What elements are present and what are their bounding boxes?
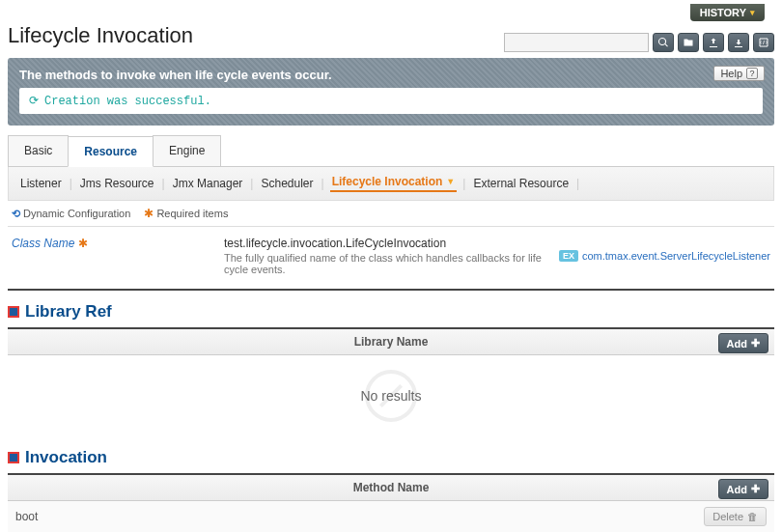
xml-upload-icon — [708, 37, 719, 48]
export-button-1[interactable] — [678, 33, 699, 52]
delete-button[interactable]: Delete 🗑 — [704, 507, 767, 526]
trash-icon: 🗑 — [747, 511, 758, 522]
tab-resource[interactable]: Resource — [68, 136, 154, 167]
library-ref-title: Library Ref — [25, 302, 112, 322]
xml-download-icon — [733, 37, 744, 48]
primary-tabs: Basic Resource Engine — [8, 135, 774, 167]
method-name-cell: boot — [15, 510, 704, 523]
history-label: HISTORY — [700, 7, 746, 18]
search-icon — [657, 37, 669, 48]
invocation-title: Invocation — [25, 448, 107, 467]
section-icon — [8, 306, 19, 318]
required-icon: ✱ — [144, 207, 154, 220]
search-input[interactable] — [504, 33, 649, 52]
class-name-value: test.lifecycle.invocation.LifeCycleInvoc… — [224, 237, 559, 250]
subtab-jms-resource[interactable]: Jms Resource — [78, 177, 156, 190]
help-icon: ? — [746, 68, 758, 79]
library-no-results: No results — [8, 355, 774, 436]
xml-button[interactable] — [753, 33, 774, 52]
secondary-tabs: Listener| Jms Resource| Jmx Manager| Sch… — [8, 167, 774, 201]
class-name-hint: The fully qualified name of the class wh… — [224, 252, 559, 275]
tab-engine[interactable]: Engine — [153, 135, 221, 166]
class-name-row: Class Name ✱ test.lifecycle.invocation.L… — [8, 227, 774, 291]
class-name-label: Class Name ✱ — [12, 237, 224, 275]
folder-export-icon — [683, 37, 694, 48]
dynamic-config-label: Dynamic Configuration — [23, 208, 130, 219]
method-name-column: Method Name — [353, 481, 430, 494]
library-add-button[interactable]: Add ✚ — [718, 333, 768, 353]
section-icon — [8, 452, 19, 463]
help-label: Help — [720, 68, 742, 79]
status-message: Creation was successful. — [44, 95, 211, 108]
plus-icon: ✚ — [751, 337, 760, 350]
help-button[interactable]: Help ? — [713, 66, 765, 81]
tab-basic[interactable]: Basic — [8, 135, 69, 166]
history-button[interactable]: HISTORY ▾ — [690, 4, 765, 21]
xml-up-button[interactable] — [703, 33, 724, 52]
xml-down-button[interactable] — [728, 33, 749, 52]
class-name-example: EX com.tmax.event.ServerLifecycleListene… — [559, 237, 770, 275]
library-table-header: Library Name Add ✚ — [8, 329, 774, 355]
invocation-header: Invocation — [8, 436, 774, 475]
chevron-down-icon: ▾ — [750, 8, 755, 17]
library-ref-header: Library Ref — [8, 291, 774, 329]
required-marker-icon: ✱ — [78, 237, 88, 250]
invocation-table-header: Method Name Add ✚ — [8, 475, 774, 501]
plus-icon: ✚ — [751, 483, 760, 495]
example-text: com.tmax.event.ServerLifecycleListener — [582, 250, 770, 262]
dynamic-config-icon: ⟲ — [12, 208, 20, 219]
subtab-scheduler[interactable]: Scheduler — [259, 177, 315, 190]
status-box: ⟳ Creation was successful. — [19, 88, 763, 114]
subtab-listener[interactable]: Listener — [18, 177, 64, 190]
xml-icon — [758, 37, 769, 48]
subtab-jmx-manager[interactable]: Jmx Manager — [171, 177, 245, 190]
panel-description: The methods to invoke when life cycle ev… — [19, 68, 763, 82]
dropdown-icon: ▼ — [446, 177, 455, 186]
info-panel: The methods to invoke when life cycle ev… — [8, 58, 774, 126]
subtab-lifecycle-invocation[interactable]: Lifecycle Invocation ▼ — [330, 175, 458, 192]
refresh-icon: ⟳ — [29, 94, 39, 108]
subtab-external-resource[interactable]: External Resource — [471, 177, 571, 190]
legend: ⟲ Dynamic Configuration ✱ Required items — [8, 201, 774, 227]
example-badge: EX — [559, 250, 578, 262]
table-row[interactable]: boot Delete 🗑 — [8, 501, 774, 532]
search-button[interactable] — [653, 33, 674, 52]
invocation-add-button[interactable]: Add ✚ — [718, 479, 768, 499]
required-label: Required items — [156, 208, 228, 219]
library-name-column: Library Name — [354, 335, 429, 349]
